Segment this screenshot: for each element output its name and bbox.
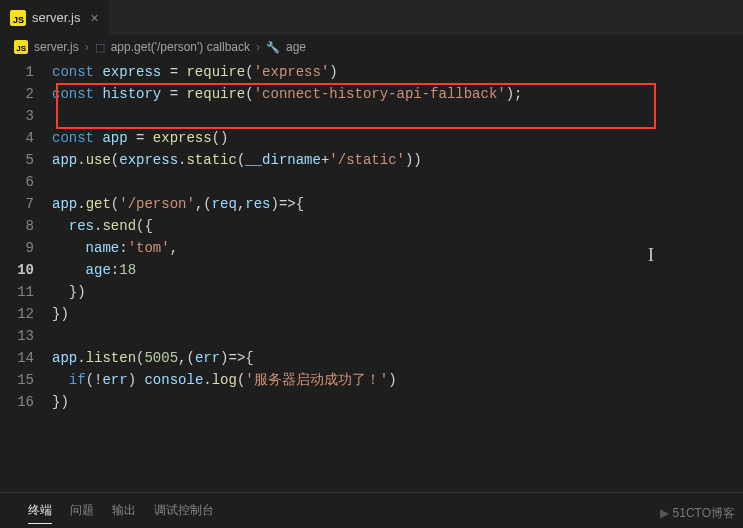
code-line[interactable]: 11 }) [0,281,743,303]
line-number: 15 [0,372,52,388]
code-line[interactable]: 9 name:'tom', [0,237,743,259]
code-line[interactable]: 15 if(!err) console.log('服务器启动成功了！') [0,369,743,391]
panel-tab-problems[interactable]: 问题 [70,498,94,523]
breadcrumb-file[interactable]: server.js [34,40,79,54]
panel-tab-debug-console[interactable]: 调试控制台 [154,498,214,523]
js-file-icon: JS [10,10,26,26]
breadcrumb[interactable]: JS server.js › ⬚ app.get('/person') call… [0,35,743,59]
method-icon: ⬚ [95,41,105,54]
js-file-icon: JS [14,40,28,54]
code-content[interactable]: const history = require('connect-history… [52,86,523,102]
line-number: 12 [0,306,52,322]
breadcrumb-symbol-age[interactable]: age [286,40,306,54]
code-content[interactable]: const app = express() [52,130,228,146]
bottom-panel: 终端 问题 输出 调试控制台 [0,492,743,528]
line-number: 9 [0,240,52,256]
code-line[interactable]: 13 [0,325,743,347]
code-line[interactable]: 3 [0,105,743,127]
code-content[interactable]: if(!err) console.log('服务器启动成功了！') [52,371,397,389]
close-icon[interactable]: × [90,10,98,26]
tab-bar: JS server.js × [0,0,743,35]
code-content[interactable]: app.get('/person',(req,res)=>{ [52,196,304,212]
editor-tab-server-js[interactable]: JS server.js × [0,0,110,35]
code-content[interactable]: age:18 [52,262,136,278]
code-content[interactable]: res.send({ [52,218,153,234]
line-number: 5 [0,152,52,168]
chevron-right-icon: › [256,40,260,54]
line-number: 10 [0,262,52,278]
watermark: ▶ 51CTO博客 [660,505,735,522]
panel-tab-terminal[interactable]: 终端 [28,498,52,524]
code-line[interactable]: 7app.get('/person',(req,res)=>{ [0,193,743,215]
line-number: 4 [0,130,52,146]
code-content[interactable]: app.use(express.static(__dirname+'/stati… [52,152,422,168]
code-content[interactable]: name:'tom', [52,240,178,256]
code-line[interactable]: 14app.listen(5005,(err)=>{ [0,347,743,369]
breadcrumb-symbol-callback[interactable]: app.get('/person') callback [111,40,250,54]
tab-filename: server.js [32,10,80,25]
code-line[interactable]: 6 [0,171,743,193]
code-line[interactable]: 12}) [0,303,743,325]
line-number: 6 [0,174,52,190]
code-content[interactable]: app.listen(5005,(err)=>{ [52,350,254,366]
code-content[interactable]: }) [52,284,86,300]
code-line[interactable]: 1const express = require('express') [0,61,743,83]
code-line[interactable]: 10 age:18 [0,259,743,281]
code-content[interactable]: const express = require('express') [52,64,338,80]
panel-tab-output[interactable]: 输出 [112,498,136,523]
line-number: 16 [0,394,52,410]
line-number: 11 [0,284,52,300]
line-number: 13 [0,328,52,344]
code-line[interactable]: 8 res.send({ [0,215,743,237]
line-number: 2 [0,86,52,102]
code-content[interactable]: }) [52,394,69,410]
property-icon: 🔧 [266,41,280,54]
code-content[interactable]: }) [52,306,69,322]
code-line[interactable]: 2const history = require('connect-histor… [0,83,743,105]
code-editor[interactable]: I 1const express = require('express')2co… [0,59,743,413]
code-line[interactable]: 5app.use(express.static(__dirname+'/stat… [0,149,743,171]
line-number: 8 [0,218,52,234]
line-number: 1 [0,64,52,80]
line-number: 14 [0,350,52,366]
line-number: 7 [0,196,52,212]
chevron-right-icon: › [85,40,89,54]
code-line[interactable]: 16}) [0,391,743,413]
code-line[interactable]: 4const app = express() [0,127,743,149]
line-number: 3 [0,108,52,124]
